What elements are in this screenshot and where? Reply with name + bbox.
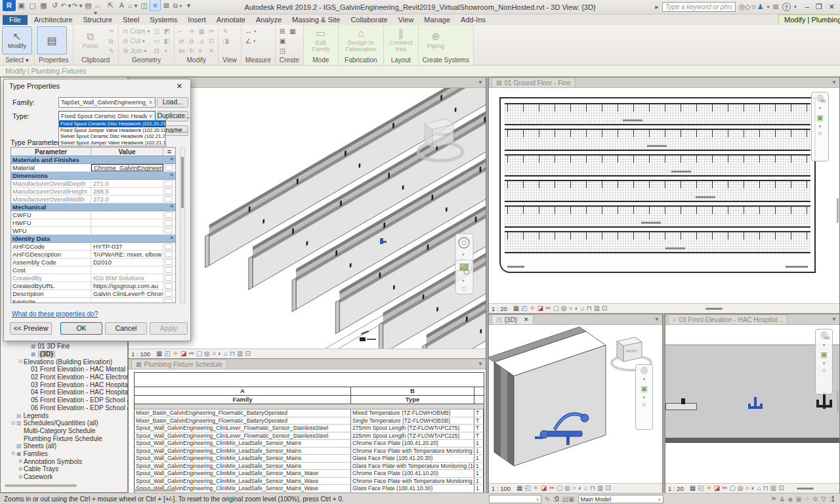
cell-button[interactable] — [165, 283, 173, 289]
parameter-value[interactable] — [91, 219, 163, 226]
editable-only-icon[interactable]: ✎ — [545, 495, 550, 503]
active-model-combo[interactable]: Main Model ∨ — [578, 495, 663, 503]
crop-view-icon[interactable]: ✂ — [722, 485, 727, 492]
copy-icon[interactable]: ⧉ — [107, 36, 116, 46]
select-links-icon[interactable]: ⚑ — [771, 495, 777, 503]
show-analytical-model-icon[interactable]: ⌂ — [581, 305, 585, 312]
cell-type[interactable]: 225mm Spout Length (TZ-FLOWTAPC225) — [351, 432, 474, 440]
view-tab-menu-icon[interactable]: ▼ — [654, 316, 660, 322]
dialog-close-icon[interactable]: ✕ — [174, 82, 185, 91]
qat-customize-icon[interactable]: ▾ — [183, 0, 194, 11]
view-tab-menu-icon[interactable]: ▼ — [831, 316, 837, 322]
cell-clipped[interactable]: 1 — [474, 470, 484, 477]
revit-logo[interactable]: R — [3, 0, 16, 11]
cell-button[interactable] — [165, 180, 173, 186]
cell-button[interactable] — [165, 228, 173, 234]
apply-button[interactable]: Apply — [150, 322, 188, 335]
close-button[interactable]: ✕ — [829, 3, 835, 11]
tree-item[interactable]: ⊞Casework — [1, 473, 129, 481]
cell-button[interactable] — [165, 259, 173, 265]
offset-icon[interactable]: ⇄ — [177, 36, 187, 46]
section-icon[interactable]: ◫ — [138, 0, 150, 11]
array-icon[interactable]: ▦ — [197, 26, 207, 36]
minimize-button[interactable]: – — [805, 3, 809, 11]
crop-view-icon[interactable]: ✂ — [549, 485, 554, 492]
type-option[interactable]: Swivel Spout Ceramic Disc Headwork (102.… — [59, 133, 165, 140]
ribbon-tab-insert[interactable]: Insert — [182, 15, 211, 25]
cell-button[interactable] — [165, 275, 173, 281]
navigation-bar[interactable]: ▾ ▾ — [455, 234, 473, 294]
infocenter-collapse-icon[interactable]: ▸ — [655, 3, 659, 11]
maximize-button[interactable]: ❐ — [816, 3, 822, 11]
highlight-displacement-icon[interactable]: ⊡ — [602, 305, 607, 312]
filter-icon[interactable]: ▽ — [821, 495, 826, 503]
tree-item[interactable]: 02 Front Elevation - HAC Electronic — [1, 373, 129, 381]
cell-type[interactable]: Chrome Face Plate with Temperature Monit… — [351, 478, 474, 485]
cell-clipped[interactable]: 1 — [474, 440, 484, 447]
parameter-value[interactable] — [91, 298, 163, 303]
detail-level-icon[interactable]: ▦ — [690, 485, 696, 492]
navigation-bar[interactable]: ◎ 2D ▾ ▣ ▾ — [811, 92, 829, 161]
parameter-group-header[interactable]: Mechanical^ — [11, 203, 175, 211]
dialog-resize-grip[interactable]: ⋱ — [184, 334, 189, 340]
search-input[interactable] — [662, 2, 736, 12]
parameter-value[interactable]: 271.0 — [91, 180, 163, 187]
cell-type[interactable]: Chrome Face Plate with Temperature Monit… — [351, 448, 474, 455]
temporary-view-properties-icon[interactable]: ◐ — [218, 350, 222, 357]
tree-item[interactable]: Plumbing Fixture Schedule — [1, 434, 129, 442]
cell-button[interactable] — [165, 212, 173, 218]
ribbon-tab-analyze[interactable]: Analyze — [251, 15, 287, 25]
tree-item[interactable]: ▦01 3D Fine — [1, 343, 129, 350]
cell-button[interactable] — [165, 299, 173, 303]
sun-path-icon[interactable]: ☀ — [533, 485, 539, 492]
parameter-value[interactable]: IGS BIM Solutions — [91, 274, 163, 282]
worksets-icon[interactable]: ▤ — [562, 495, 568, 503]
scale-indicator[interactable]: 1 : 100 — [131, 350, 150, 358]
ribbon-tab-steel[interactable]: Steel — [117, 15, 144, 25]
beam-column-joins-icon[interactable]: ▭ — [152, 36, 161, 46]
table-row[interactable]: Spout_Wall_GalvinEngineering_CliniMix_Le… — [135, 485, 484, 493]
zoom-region-icon[interactable]: ▣ — [816, 114, 823, 121]
cell-clipped[interactable]: 1 — [474, 478, 484, 485]
show-crop-region-icon[interactable]: ▢ — [196, 350, 202, 357]
plan-vscrollbar[interactable] — [837, 198, 839, 223]
ok-button[interactable]: OK — [60, 322, 102, 335]
undo-icon[interactable]: ↶ ▾ — [60, 0, 72, 11]
visual-style-icon[interactable]: ◰ — [521, 305, 527, 312]
col-letter-b[interactable]: B — [351, 387, 474, 395]
schedule-body[interactable]: A B Family Type Mixer_Basin_GalvinEngine… — [129, 369, 486, 493]
close-view-icon[interactable]: ✕ — [524, 316, 529, 323]
cell-family[interactable]: Spout_Wall_GalvinEngineering_CliniMix_Le… — [135, 470, 351, 477]
reveal-hidden-elements-icon[interactable]: ○ — [212, 350, 216, 357]
tab-plumbing-fixture-schedule[interactable]: ▦ Plumbing Fixture Schedule — [131, 359, 227, 369]
cell-clipped[interactable]: 1 — [474, 485, 484, 492]
wall-joins-icon[interactable]: ◫ — [152, 26, 161, 36]
sun-path-icon[interactable]: ☀ — [173, 350, 178, 357]
scale-indicator[interactable]: 1 : 100 — [492, 485, 511, 492]
ribbon-tab-structure[interactable]: Structure — [77, 15, 117, 25]
plus-expander-icon[interactable]: ⊞ — [18, 459, 24, 464]
cell-family[interactable]: Spout_Wall_GalvinEngineering_CliniMix_Le… — [135, 463, 351, 470]
tree-item[interactable]: 01 Front Elevation - HAC Mental Health — [1, 366, 129, 373]
col-letter-a[interactable]: A — [135, 387, 351, 395]
ribbon-tab-view[interactable]: View — [393, 15, 419, 25]
legend-component-icon[interactable]: ⊞ — [278, 26, 287, 36]
search-icon[interactable]: ◎ — [739, 3, 746, 10]
tree-item[interactable]: 04 Front Elevation - HAC Hospital & Hea — [1, 388, 129, 396]
help-arrow-icon[interactable]: ▾ — [794, 4, 797, 10]
edit-family-button[interactable]: ▭Edit Family — [306, 26, 336, 54]
tab-3d[interactable]: ◳ {3D} ✕ — [492, 314, 534, 324]
pin-icon[interactable]: ⊡ — [207, 36, 216, 46]
cell-type[interactable]: Chrome Face Plate (100.41.10.20) — [351, 470, 474, 477]
temporary-hide-isolate-icon[interactable]: ◎ — [204, 350, 210, 357]
parameter-value[interactable]: HYTP-037 — [91, 243, 163, 250]
cell-button[interactable] — [165, 243, 173, 249]
collapse-chevron-icon[interactable]: ^ — [170, 172, 175, 179]
parameter-group-header[interactable]: Materials and Finishes^ — [11, 156, 175, 164]
demolish-icon[interactable]: ⌖ — [162, 46, 172, 56]
crop-view-icon[interactable]: ✂ — [545, 305, 551, 312]
tree-item[interactable]: 03 Front Elevation - HAC Hospital & Hea — [1, 381, 129, 388]
cell-family[interactable]: Spout_Wall_GalvinEngineering_CliniMix_Le… — [135, 478, 351, 485]
cut-icon[interactable]: ✂ — [107, 26, 116, 36]
cell-type[interactable]: Glass Face Plate (100.41.10.30) — [351, 485, 474, 492]
